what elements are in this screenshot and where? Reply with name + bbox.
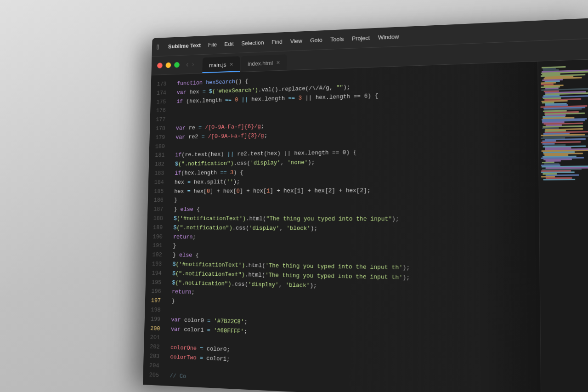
menu-item-view[interactable]: View [290, 38, 303, 45]
code-line-187: } else { [174, 205, 539, 215]
tab-label-index: index.html [248, 59, 273, 67]
line-number-182: 182 [149, 160, 164, 169]
menu-item-sublime[interactable]: Sublime Text [168, 42, 201, 50]
minimize-button[interactable] [166, 62, 171, 68]
menu-item-tools[interactable]: Tools [330, 36, 344, 43]
line-number-173: 173 [151, 80, 167, 89]
line-number-205: 205 [143, 370, 159, 380]
line-number-196: 196 [145, 287, 161, 297]
line-number-189: 189 [147, 223, 163, 233]
tab-index-html[interactable]: index.html ✕ [241, 54, 287, 72]
line-number-192: 192 [146, 250, 162, 260]
line-number-199: 199 [145, 315, 161, 324]
line-number-188: 188 [147, 214, 163, 223]
tab-close-main[interactable]: ✕ [230, 62, 233, 68]
line-number-184: 184 [148, 178, 164, 187]
line-number-178: 178 [150, 125, 165, 134]
forward-arrow-icon[interactable]: › [192, 60, 194, 69]
tab-close-index[interactable]: ✕ [276, 60, 280, 66]
line-number-175: 175 [150, 97, 166, 107]
screen-bezel:  Sublime Text File Edit Selection Find … [143, 18, 588, 392]
traffic-lights [157, 62, 180, 68]
tab-main-js[interactable]: main.js ✕ [202, 56, 240, 73]
line-number-204: 204 [143, 361, 159, 371]
menu-item-file[interactable]: File [208, 41, 217, 48]
menu-item-project[interactable]: Project [352, 34, 370, 42]
menu-item-selection[interactable]: Selection [241, 39, 264, 46]
line-number-194: 194 [146, 269, 162, 278]
editor-area: 1731741751761771781791801811821831841851… [143, 59, 588, 392]
line-number-200: 200 [144, 324, 160, 334]
apple-icon:  [157, 43, 159, 51]
line-number-195: 195 [146, 278, 162, 288]
menu-item-goto[interactable]: Goto [310, 37, 322, 44]
menu-item-find[interactable]: Find [271, 38, 283, 45]
back-arrow-icon[interactable]: ‹ [186, 60, 189, 69]
line-number-185: 185 [148, 187, 164, 196]
maximize-button[interactable] [174, 62, 180, 68]
line-number-203: 203 [143, 352, 159, 362]
menu-item-window[interactable]: Window [378, 33, 399, 41]
code-line-186: } [174, 195, 539, 205]
line-number-202: 202 [144, 342, 160, 352]
line-number-177: 177 [150, 115, 165, 125]
code-line-185: hex = hex[0] + hex[0] + hex[1] + hex[1] … [174, 185, 539, 196]
line-number-197: 197 [145, 296, 161, 306]
laptop-surround:  Sublime Text File Edit Selection Find … [0, 0, 588, 392]
line-number-183: 183 [148, 169, 164, 178]
tab-label-main: main.js [209, 61, 226, 68]
menu-item-edit[interactable]: Edit [224, 40, 234, 47]
line-number-193: 193 [146, 260, 162, 269]
line-number-174: 174 [151, 89, 166, 98]
line-number-201: 201 [144, 333, 160, 343]
minimap-line [543, 179, 576, 181]
line-number-191: 191 [147, 241, 162, 250]
line-number-190: 190 [147, 233, 162, 242]
line-number-176: 176 [150, 107, 166, 116]
line-number-198: 198 [145, 306, 161, 315]
line-number-180: 180 [149, 142, 165, 151]
line-number-179: 179 [149, 133, 165, 142]
line-number-181: 181 [149, 151, 164, 160]
close-button[interactable] [157, 62, 163, 68]
line-number-187: 187 [147, 205, 163, 215]
line-number-186: 186 [148, 196, 164, 205]
nav-arrows: ‹ › [186, 60, 194, 69]
code-content[interactable]: function hexSearch() { var hex = $('#hex… [164, 62, 541, 392]
minimap[interactable] [537, 59, 588, 392]
